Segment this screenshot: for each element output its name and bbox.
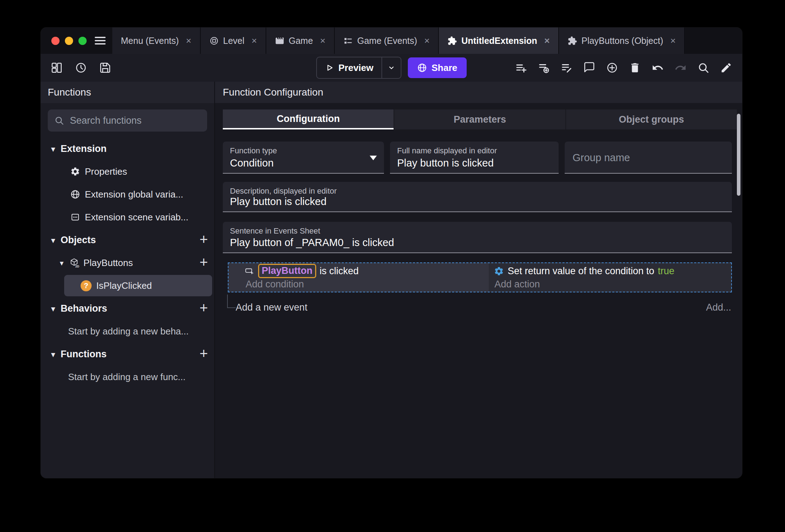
tree-section-extension[interactable]: ▾ Extension (41, 137, 214, 160)
tab-configuration[interactable]: Configuration (223, 109, 394, 129)
search-box[interactable] (48, 109, 207, 132)
field-label: Description, displayed in editor (230, 186, 725, 196)
preview-dropdown-button[interactable] (381, 57, 401, 78)
function-configuration-panel: Function Configuration Configuration Par… (215, 82, 742, 478)
add-more-link[interactable]: Add... (706, 302, 732, 313)
add-object-function-button[interactable]: + (200, 255, 208, 269)
gear-icon (494, 266, 504, 276)
field-label: Function type (230, 146, 377, 155)
project-manager-icon[interactable] (51, 62, 63, 74)
object-chip[interactable]: PlayButton (258, 264, 316, 278)
tree-section-objects[interactable]: ▾ Objects + (41, 229, 214, 251)
function-type-value[interactable]: Condition (230, 157, 377, 169)
sidebar-header: Functions (41, 82, 214, 103)
add-event-icon[interactable] (515, 62, 527, 74)
puzzle-icon (568, 36, 577, 46)
editor-tabs: Menu (Events) × Level × Game × Game (Eve… (112, 27, 742, 54)
scene-icon (209, 36, 219, 46)
search-icon[interactable] (697, 62, 709, 74)
comment-icon[interactable] (583, 62, 595, 74)
add-new-event-link[interactable]: Add a new event (236, 302, 307, 313)
add-subevent-icon[interactable] (538, 62, 550, 74)
minimize-window-button[interactable] (65, 37, 73, 45)
action-value[interactable]: true (658, 266, 674, 277)
tree-section-behaviors[interactable]: ▾ Behaviors + (41, 297, 214, 320)
add-other-event-icon[interactable] (560, 62, 573, 74)
share-button[interactable]: Share (408, 57, 467, 78)
trash-icon[interactable] (629, 62, 641, 74)
add-action-link[interactable]: Add action (494, 278, 731, 290)
chevron-down-icon[interactable]: ▾ (49, 305, 57, 312)
add-condition-link[interactable]: Add condition (245, 278, 489, 290)
tab-menu-events[interactable]: Menu (Events) × (112, 27, 201, 54)
page-title: Function Configuration (223, 87, 323, 98)
add-object-button[interactable]: + (200, 232, 208, 246)
function-icon: ? (81, 280, 92, 291)
close-icon[interactable]: × (252, 36, 257, 45)
add-function-button[interactable]: + (200, 346, 208, 360)
tab-playbuttons-object[interactable]: PlayButtons (Object) × (559, 27, 685, 54)
chevron-down-icon[interactable]: ▾ (58, 259, 66, 267)
close-icon[interactable]: × (424, 36, 430, 45)
full-name-value[interactable]: Play button is clicked (397, 157, 551, 169)
condition-line[interactable]: PlayButton is clicked (245, 264, 489, 278)
tree-item-extension-global-variables[interactable]: Extension global varia... (41, 183, 214, 206)
tree-item-properties[interactable]: Properties (41, 160, 214, 183)
events-sheet-icon (343, 36, 353, 46)
event-row[interactable]: PlayButton is clicked Add condition Set … (228, 262, 732, 292)
close-icon[interactable]: × (320, 36, 325, 45)
section-label: Extension (61, 143, 107, 154)
sentence-field[interactable]: Sentence in Events Sheet Play button of … (223, 222, 732, 253)
tree-item-playbuttons[interactable]: ▾ PlayButtons + (41, 251, 214, 274)
add-action-label: Add action (494, 279, 540, 290)
search-input[interactable] (69, 115, 201, 127)
close-icon[interactable]: × (544, 36, 550, 45)
tab-game[interactable]: Game × (266, 27, 335, 54)
add-circle-icon[interactable] (606, 62, 618, 74)
tab-level[interactable]: Level × (201, 27, 266, 54)
edit-icon[interactable] (720, 62, 732, 74)
chevron-down-icon[interactable]: ▾ (49, 351, 57, 358)
sentence-value[interactable]: Play button of _PARAM0_ is clicked (230, 237, 725, 249)
tab-game-events[interactable]: Game (Events) × (335, 27, 439, 54)
close-window-button[interactable] (51, 37, 60, 45)
main-menu-icon[interactable] (94, 34, 107, 47)
tab-label: Game (289, 36, 313, 46)
full-name-field[interactable]: Full name displayed in editor Play butto… (390, 142, 559, 174)
tab-label: Parameters (453, 114, 506, 125)
description-value[interactable]: Play button is clicked (230, 196, 725, 208)
tab-object-groups[interactable]: Object groups (566, 109, 737, 129)
tree-section-functions[interactable]: ▾ Functions + (41, 343, 214, 365)
window-tab-bar: Menu (Events) × Level × Game × Game (Eve… (41, 27, 742, 54)
tree-item-isplayclicked[interactable]: ? IsPlayClicked (64, 275, 212, 296)
actions-cell[interactable]: Set return value of the condition to tru… (489, 263, 731, 292)
conditions-cell[interactable]: PlayButton is clicked Add condition (229, 263, 489, 292)
function-type-select[interactable]: Function type Condition (223, 142, 384, 174)
group-name-field[interactable] (565, 142, 732, 174)
redo-icon[interactable] (674, 62, 687, 74)
scrollbar-thumb[interactable] (737, 114, 740, 196)
gear-icon (70, 167, 80, 177)
save-icon[interactable] (99, 62, 111, 74)
tab-parameters[interactable]: Parameters (394, 109, 565, 129)
add-behavior-button[interactable]: + (200, 301, 208, 315)
preview-button[interactable]: Preview (316, 57, 401, 79)
zoom-window-button[interactable] (78, 37, 87, 45)
window-controls (41, 27, 94, 54)
chevron-down-icon[interactable]: ▾ (49, 145, 57, 153)
globe-icon (70, 189, 80, 199)
undo-icon[interactable] (652, 62, 664, 74)
field-label: Sentence in Events Sheet (230, 226, 725, 236)
close-icon[interactable]: × (670, 36, 676, 45)
preview-label: Preview (338, 62, 373, 73)
close-icon[interactable]: × (186, 36, 191, 45)
chevron-down-icon[interactable]: ▾ (49, 236, 57, 244)
configuration-tabs: Configuration Parameters Object groups (223, 109, 737, 129)
group-name-input[interactable] (572, 152, 726, 164)
description-field[interactable]: Description, displayed in editor Play bu… (223, 182, 732, 212)
action-line[interactable]: Set return value of the condition to tru… (494, 264, 731, 278)
tab-untitled-extension[interactable]: UntitledExtension × (439, 27, 559, 54)
tree-item-extension-scene-variables[interactable]: Extension scene variab... (41, 206, 214, 229)
history-icon[interactable] (75, 62, 87, 74)
globe-icon (417, 63, 427, 73)
